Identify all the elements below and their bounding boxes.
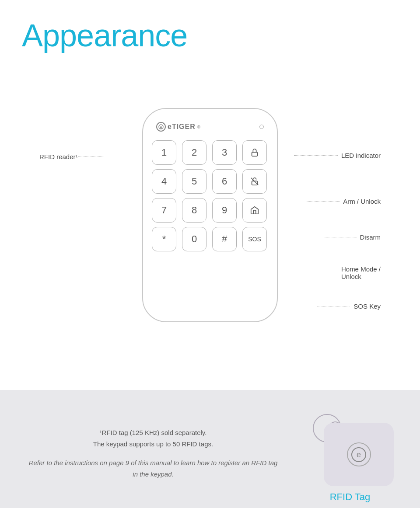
- home-line: [305, 270, 338, 270]
- key-8[interactable]: 8: [182, 198, 206, 223]
- rfid-reader-line: [78, 157, 104, 157]
- key-1[interactable]: 1: [152, 140, 176, 165]
- rfid-tag-graphic: e: [306, 412, 394, 486]
- led-indicator-text: LED indicator: [341, 152, 381, 159]
- key-4[interactable]: 4: [152, 169, 176, 194]
- key-5[interactable]: 5: [182, 169, 206, 194]
- disarm-label: Disarm: [324, 233, 381, 241]
- rfid-logo: e: [347, 442, 371, 466]
- key-2[interactable]: 2: [182, 140, 206, 165]
- rfid-tag-label: RFID Tag: [330, 491, 371, 503]
- key-6[interactable]: 6: [212, 169, 237, 194]
- top-section: Appearance RFID reader¹ e eTIGER ®: [0, 0, 420, 390]
- brand-trademark: ®: [197, 125, 200, 129]
- rfid-tag-card: e: [324, 423, 394, 486]
- home-mode-text: Home Mode /Unlock: [341, 265, 381, 280]
- footnote-area: ¹RFID tag (125 KHz) sold separately. The…: [26, 427, 280, 487]
- key-disarm[interactable]: [242, 169, 267, 194]
- rfid-reader-label: RFID reader¹: [39, 153, 104, 160]
- brand-logo: e eTIGER ®: [156, 122, 200, 132]
- key-9[interactable]: 9: [212, 198, 237, 223]
- sos-text: SOS Key: [354, 303, 381, 310]
- key-7[interactable]: 7: [152, 198, 176, 223]
- footnote-text-1: ¹RFID tag (125 KHz) sold separately.: [100, 429, 207, 436]
- footnote-line1: ¹RFID tag (125 KHz) sold separately. The…: [26, 427, 280, 449]
- etiger-logo-icon: e: [156, 122, 166, 132]
- keypad-grid: 1 2 3 4 5 6: [152, 140, 268, 251]
- led-indicator-label: LED indicator: [294, 152, 381, 159]
- keypad-device: e eTIGER ® 1 2 3: [142, 108, 278, 322]
- key-0[interactable]: 0: [182, 227, 206, 251]
- svg-rect-2: [252, 152, 258, 156]
- diagram-area: RFID reader¹ e eTIGER ®: [22, 66, 398, 364]
- disarm-text: Disarm: [360, 233, 381, 241]
- led-indicator-dot: [259, 125, 264, 129]
- sos-line: [317, 306, 350, 306]
- key-sos[interactable]: SOS: [242, 227, 267, 251]
- device-header: e eTIGER ®: [152, 122, 268, 132]
- led-line: [294, 155, 338, 156]
- rfid-reader-text: RFID reader¹: [39, 153, 78, 160]
- arm-unlock-label: Arm / Unlock: [307, 198, 381, 205]
- key-3[interactable]: 3: [212, 140, 237, 165]
- bottom-section: ¹RFID tag (125 KHz) sold separately. The…: [0, 390, 420, 508]
- home-mode-label: Home Mode /Unlock: [305, 265, 381, 280]
- sos-label: SOS Key: [317, 303, 381, 310]
- rfid-tag-image: e RFID Tag: [306, 412, 394, 503]
- key-star[interactable]: *: [152, 227, 176, 251]
- key-home[interactable]: [242, 198, 267, 223]
- disarm-line: [324, 237, 357, 237]
- footnote-italic: Refer to the instructions on page 9 of t…: [26, 457, 280, 480]
- key-hash[interactable]: #: [212, 227, 237, 251]
- key-arm[interactable]: [242, 140, 267, 165]
- brand-name: eTIGER: [168, 123, 196, 131]
- svg-text:e: e: [357, 450, 361, 459]
- arm-line: [307, 201, 340, 202]
- page-title: Appearance: [22, 17, 398, 53]
- svg-text:e: e: [160, 125, 162, 129]
- footnote-text-2: The keypad supports up to 50 RFID tags.: [93, 440, 213, 448]
- arm-unlock-text: Arm / Unlock: [343, 198, 381, 205]
